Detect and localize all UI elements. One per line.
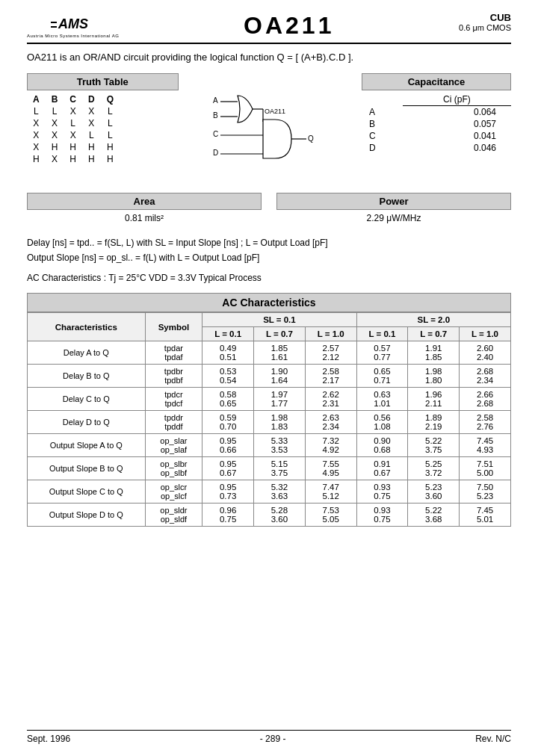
truth-table-header: Truth Table: [27, 73, 179, 90]
ac-th-l01a: L = 0.1: [202, 327, 254, 341]
ac-table-row: Output Slope C to Qop_slcrop_slcf0.950.7…: [28, 480, 511, 504]
ac-cell-data: 0.950.66: [202, 434, 254, 457]
ac-th-char: Characteristics: [28, 313, 146, 341]
truth-table-row: LLXXL: [27, 105, 120, 117]
ac-cell-symbol: tpddrtpddf: [145, 411, 202, 434]
ac-cell-data: 1.911.85: [408, 341, 460, 365]
cap-table-cell: 0.064: [403, 106, 511, 119]
ac-cell-data: 2.582.17: [305, 365, 356, 388]
ac-cell-data: 7.324.92: [305, 434, 356, 457]
truth-table-cell: H: [46, 141, 64, 153]
area-header: Area: [27, 193, 262, 210]
ac-cell-data: 0.960.75: [202, 504, 254, 527]
logic-gate-diagram: A B C D: [179, 73, 360, 185]
cap-table-cell: A: [362, 106, 403, 119]
ac-cell-data: 0.590.70: [202, 411, 254, 434]
ac-cell-symbol: tpdartpdaf: [145, 341, 202, 365]
footer-date: Sept. 1996: [27, 734, 70, 744]
series-label: CUB: [490, 12, 511, 23]
cap-table-cell: 0.041: [403, 130, 511, 142]
ac-cell-symbol: tpdbrtpdbf: [145, 365, 202, 388]
ac-cell-data: 1.901.64: [254, 365, 306, 388]
ac-cell-data: 5.253.72: [408, 457, 460, 480]
truth-table-cell: X: [27, 141, 46, 153]
header-title-area: OA211: [119, 12, 459, 40]
ac-cell-data: 0.561.08: [356, 411, 408, 434]
header-series-area: CUB 0.6 μm CMOS: [459, 12, 511, 32]
ac-cell-data: 1.892.19: [408, 411, 460, 434]
truth-table-cell: L: [46, 105, 64, 117]
cap-table-cell: 0.046: [403, 142, 511, 154]
ac-cell-data: 5.333.53: [254, 434, 306, 457]
ac-cell-data: 0.910.67: [356, 457, 408, 480]
truth-table-row: XHHHH: [27, 141, 120, 153]
ac-cell-symbol: op_slarop_slaf: [145, 434, 202, 457]
capacitance-table: Ci (pF) A0.064B0.057C0.041D0.046: [362, 93, 511, 154]
ac-th-sl01: SL = 0.1: [202, 313, 356, 327]
tt-col-q: Q: [101, 93, 120, 105]
cap-table-cell: D: [362, 142, 403, 154]
cap-table-body: A0.064B0.057C0.041D0.046: [362, 106, 511, 155]
truth-table-cell: L: [101, 129, 120, 141]
logo-area: AMS Austria Micro Systems International …: [27, 12, 119, 38]
ac-cell-data: 2.682.34: [460, 365, 511, 388]
ac-th-l07b: L = 0.7: [408, 327, 460, 341]
capacitance-section: Capacitance Ci (pF) A0.064B0.057C0.041D0…: [360, 73, 512, 185]
ac-cell-data: 5.223.75: [408, 434, 460, 457]
ac-cell-char: Delay A to Q: [28, 341, 146, 365]
ac-cell-data: 1.851.61: [254, 341, 306, 365]
notes-section: Delay [ns] = tpd.. = f(SL, L) with SL = …: [27, 235, 511, 285]
tt-col-d: D: [82, 93, 101, 105]
ac-cell-char: Output Slope B to Q: [28, 457, 146, 480]
truth-table-row: HXHHH: [27, 153, 120, 165]
ac-cell-data: 7.515.00: [460, 457, 511, 480]
truth-table-cell: H: [64, 153, 82, 165]
ac-th-l01b: L = 0.1: [356, 327, 408, 341]
ac-cell-data: 7.505.23: [460, 480, 511, 504]
ac-cell-data: 0.900.68: [356, 434, 408, 457]
area-section: Area 0.81 mils²: [27, 193, 262, 226]
ac-cell-data: 2.602.40: [460, 341, 511, 365]
ac-cell-data: 1.962.11: [408, 388, 460, 411]
truth-table-cell: X: [27, 129, 46, 141]
svg-text:AMS: AMS: [58, 16, 88, 31]
power-section: Power 2.29 μW/MHz: [276, 193, 511, 226]
ac-cell-data: 5.153.75: [254, 457, 306, 480]
ac-cell-data: 5.233.60: [408, 480, 460, 504]
ac-th-sl20: SL = 2.0: [356, 313, 510, 327]
cap-table-row: D0.046: [362, 142, 511, 154]
truth-table-cell: L: [101, 117, 120, 129]
ac-cell-data: 0.930.75: [356, 504, 408, 527]
ac-cell-data: 0.930.75: [356, 480, 408, 504]
ac-cell-data: 7.475.12: [305, 480, 356, 504]
ac-cell-symbol: op_slbrop_slbf: [145, 457, 202, 480]
ac-cell-data: 5.223.68: [408, 504, 460, 527]
cap-table-row: C0.041: [362, 130, 511, 142]
truth-table-cell: X: [82, 117, 101, 129]
truth-table-cell: H: [101, 153, 120, 165]
ac-cell-data: 1.971.77: [254, 388, 306, 411]
ams-logo: AMS Austria Micro Systems International …: [27, 12, 119, 38]
ac-cell-data: 0.580.65: [202, 388, 254, 411]
ams-logo-subtitle: Austria Micro Systems International AG: [27, 34, 119, 38]
ac-table-row: Delay A to Qtpdartpdaf0.490.511.851.612.…: [28, 341, 511, 365]
svg-text:Q: Q: [308, 134, 314, 143]
truth-table-cell: H: [64, 141, 82, 153]
ac-th-l10a: L = 1.0: [305, 327, 356, 341]
truth-table: A B C D Q LLXXLXXLXLXXXLLXHHHHHXHHH: [27, 93, 120, 165]
footer-page: - 289 -: [260, 734, 286, 744]
capacitance-header: Capacitance: [362, 73, 511, 90]
ac-cell-data: 0.650.71: [356, 365, 408, 388]
ac-table-row: Delay B to Qtpdbrtpdbf0.530.541.901.642.…: [28, 365, 511, 388]
cap-table-cell: C: [362, 130, 403, 142]
ac-cell-data: 2.572.12: [305, 341, 356, 365]
truth-table-cell: H: [82, 153, 101, 165]
ac-table-row: Output Slope D to Qop_sldrop_sldf0.960.7…: [28, 504, 511, 527]
ac-cell-data: 2.662.68: [460, 388, 511, 411]
cap-table-cell: 0.057: [403, 118, 511, 130]
cap-unit: Ci (pF): [403, 93, 511, 106]
ac-table-row: Delay D to Qtpddrtpddf0.590.701.981.832.…: [28, 411, 511, 434]
ac-th-symbol: Symbol: [145, 313, 202, 341]
svg-text:B: B: [213, 111, 218, 120]
footer-rev: Rev. N/C: [475, 734, 511, 744]
